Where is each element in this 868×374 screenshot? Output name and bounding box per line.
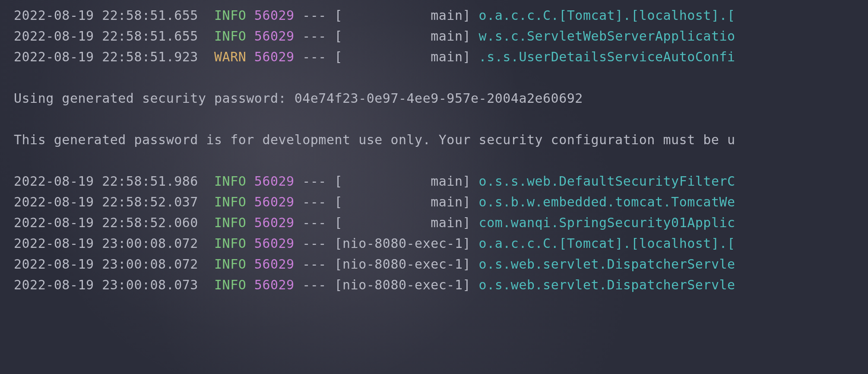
blank-line [14,109,868,130]
log-separator-close: ] [463,29,478,44]
log-logger: o.s.b.w.embedded.tomcat.TomcatWe [479,194,735,209]
log-logger: .s.s.UserDetailsServiceAutoConfi [479,49,735,64]
log-separator-close: ] [463,49,478,64]
log-level: INFO [214,236,246,251]
log-thread: main [342,49,463,64]
blank-line [14,67,868,88]
log-thread: main [342,174,463,189]
log-logger: w.s.c.ServletWebServerApplicatio [479,29,735,44]
log-pid: 56029 [254,215,295,230]
log-message-line: Using generated security password: 04e74… [14,88,868,109]
log-timestamp: 2022-08-19 23:00:08.072 [14,236,198,251]
log-separator-close: ] [463,277,478,292]
log-separator: --- [ [295,277,342,292]
log-line: 2022-08-19 22:58:51.655 INFO 56029 --- [… [14,5,868,26]
log-line: 2022-08-19 23:00:08.072 INFO 56029 --- [… [14,254,868,275]
log-logger: o.s.s.web.DefaultSecurityFilterC [479,174,735,189]
blank-line [14,150,868,171]
log-pid: 56029 [254,236,295,251]
log-level: INFO [214,277,246,292]
log-level: WARN [214,49,246,64]
log-line: 2022-08-19 22:58:52.060 INFO 56029 --- [… [14,212,868,233]
log-pid: 56029 [254,29,295,44]
log-console: 2022-08-19 22:58:51.655 INFO 56029 --- [… [0,0,868,295]
log-logger: o.s.web.servlet.DispatcherServle [479,277,735,292]
log-line: 2022-08-19 22:58:51.655 INFO 56029 --- [… [14,26,868,47]
log-separator-close: ] [463,194,478,209]
log-message-line: This generated password is for developme… [14,130,868,150]
log-separator: --- [ [295,257,342,272]
log-level: INFO [214,257,246,272]
log-logger: o.a.c.c.C.[Tomcat].[localhost].[ [479,8,735,23]
log-separator: --- [ [295,29,342,44]
log-pid: 56029 [254,257,295,272]
log-timestamp: 2022-08-19 22:58:51.655 [14,29,198,44]
log-timestamp: 2022-08-19 22:58:52.037 [14,194,198,209]
log-separator: --- [ [295,174,342,189]
log-logger: o.s.web.servlet.DispatcherServle [479,257,735,272]
log-level: INFO [214,8,246,23]
log-line: 2022-08-19 22:58:51.986 INFO 56029 --- [… [14,171,868,192]
log-thread: main [342,194,463,209]
log-line: 2022-08-19 22:58:51.923 WARN 56029 --- [… [14,47,868,67]
log-timestamp: 2022-08-19 22:58:51.986 [14,174,198,189]
log-thread: main [342,29,463,44]
log-pid: 56029 [254,277,295,292]
log-message-text: This generated password is for developme… [14,132,735,147]
log-logger: com.wanqi.SpringSecurity01Applic [479,215,735,230]
log-separator: --- [ [295,8,342,23]
log-timestamp: 2022-08-19 22:58:52.060 [14,215,198,230]
log-line: 2022-08-19 22:58:52.037 INFO 56029 --- [… [14,192,868,212]
log-thread: nio-8080-exec-1 [342,236,463,251]
log-separator: --- [ [295,194,342,209]
log-thread: main [342,215,463,230]
log-pid: 56029 [254,194,295,209]
log-separator-close: ] [463,174,478,189]
log-line: 2022-08-19 23:00:08.072 INFO 56029 --- [… [14,233,868,254]
log-timestamp: 2022-08-19 23:00:08.073 [14,277,198,292]
log-timestamp: 2022-08-19 22:58:51.655 [14,8,198,23]
log-thread: main [342,8,463,23]
log-separator-close: ] [463,236,478,251]
log-separator: --- [ [295,236,342,251]
log-line: 2022-08-19 23:00:08.073 INFO 56029 --- [… [14,275,868,295]
log-pid: 56029 [254,49,295,64]
log-level: INFO [214,174,246,189]
log-separator-close: ] [463,8,478,23]
log-thread: nio-8080-exec-1 [342,257,463,272]
log-timestamp: 2022-08-19 22:58:51.923 [14,49,198,64]
log-separator: --- [ [295,49,342,64]
log-separator-close: ] [463,257,478,272]
log-pid: 56029 [254,174,295,189]
log-logger: o.a.c.c.C.[Tomcat].[localhost].[ [479,236,735,251]
log-separator-close: ] [463,215,478,230]
log-timestamp: 2022-08-19 23:00:08.072 [14,257,198,272]
log-thread: nio-8080-exec-1 [342,277,463,292]
log-message-text: Using generated security password: 04e74… [14,91,583,106]
log-separator: --- [ [295,215,342,230]
log-pid: 56029 [254,8,295,23]
log-level: INFO [214,29,246,44]
log-level: INFO [214,215,246,230]
log-level: INFO [214,194,246,209]
